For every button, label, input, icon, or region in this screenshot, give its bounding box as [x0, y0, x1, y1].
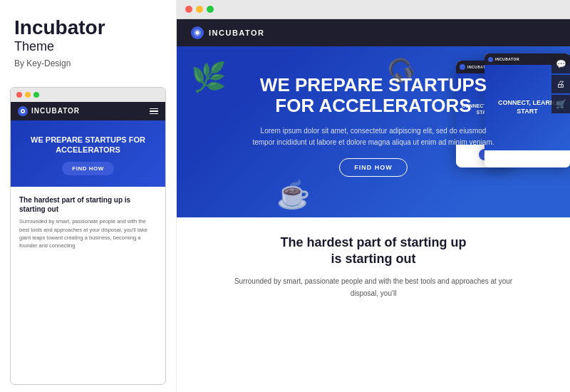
site-logo-icon [191, 26, 204, 39]
tablet-logo [488, 57, 493, 62]
hero-content: WE PREPARE STARTUPS FOR ACCELERATORS Lor… [198, 75, 549, 177]
browser-dot-green [207, 6, 214, 13]
mini-brand-text: INCUBATOR [31, 107, 80, 115]
section-title: The hardest part of starting up is start… [198, 234, 549, 268]
mini-browser-bar [11, 88, 165, 102]
browser-dot-yellow [196, 6, 203, 13]
mini-hero-section: WE PREPARE STARTUPS FOR ACCELERATORS FIN… [11, 120, 165, 187]
section-title-line2: is starting out [331, 252, 415, 266]
site-hero: 🌿 ☕ 🎧 WE PREPARE STARTUPS FOR ACCELERATO… [177, 46, 570, 217]
hero-title-line1: WE PREPARE STARTUPS [260, 74, 487, 96]
hero-find-button[interactable]: FIND HOW [339, 158, 408, 177]
theme-author: By Key-Design [14, 58, 162, 68]
tablet-brand-text: INCUBATOR [495, 57, 519, 61]
browser-chrome [177, 0, 570, 19]
mini-content-section: The hardest part of starting up is start… [11, 187, 165, 258]
mini-hamburger-icon[interactable] [150, 108, 158, 115]
section-text: Surrounded by smart, passionate people a… [231, 275, 516, 299]
mini-logo-icon [18, 106, 28, 116]
mini-dot-yellow [25, 92, 31, 98]
left-header: Incubator Theme By Key-Design [0, 0, 176, 80]
site-brand-text: INCUBATOR [209, 29, 264, 37]
site-content-section: The hardest part of starting up is start… [177, 217, 570, 316]
mini-find-button[interactable]: FIND HOW [62, 162, 113, 175]
phone-logo [460, 64, 465, 70]
svg-point-1 [22, 110, 24, 112]
svg-point-3 [196, 31, 200, 35]
coffee-decoration: ☕ [276, 179, 310, 210]
mini-nav: INCUBATOR [11, 102, 165, 120]
site-navbar: INCUBATOR [177, 19, 570, 46]
mini-content-text: Surrounded by smart, passionate people a… [19, 217, 157, 249]
mini-dot-red [16, 92, 22, 98]
theme-title: Incubator [14, 17, 162, 39]
browser-dot-red [185, 6, 192, 13]
hero-title: WE PREPARE STARTUPS FOR ACCELERATORS [198, 75, 549, 115]
site-brand: INCUBATOR [191, 26, 264, 39]
chat-tool-button[interactable]: 💬 [551, 55, 570, 73]
hero-title-line2: FOR ACCELERATORS [275, 95, 471, 116]
cart-tool-button[interactable]: 🛒 [551, 95, 570, 113]
mini-dot-green [33, 92, 39, 98]
mini-hero-text: WE PREPARE STARTUPS FOR ACCELERATORS [21, 135, 155, 155]
hero-description: Lorem ipsum dolor sit amet, consectetur … [252, 125, 494, 148]
mini-browser-preview: INCUBATOR WE PREPARE STARTUPS FOR ACCELE… [10, 87, 166, 385]
mini-nav-brand: INCUBATOR [18, 106, 80, 116]
print-tool-button[interactable]: 🖨 [551, 75, 570, 93]
side-toolbar: 💬 🖨 🛒 [551, 55, 570, 113]
right-panel: INCUBATOR 🌿 ☕ 🎧 WE PREPARE STARTUPS FOR … [177, 0, 570, 392]
left-panel: Incubator Theme By Key-Design INCUBATOR … [0, 0, 177, 392]
theme-subtitle: Theme [14, 39, 162, 54]
mini-content-title: The hardest part of starting up is start… [19, 195, 157, 214]
website-preview: INCUBATOR 🌿 ☕ 🎧 WE PREPARE STARTUPS FOR … [177, 19, 570, 392]
section-title-line1: The hardest part of starting up [280, 235, 466, 249]
